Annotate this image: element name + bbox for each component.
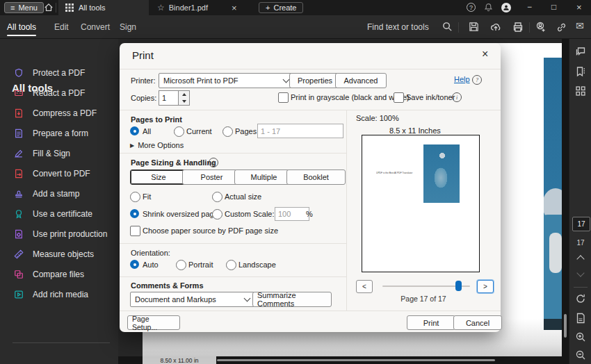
sidebar-item-redact-pdf[interactable]: Redact a PDF (0, 84, 132, 102)
search-box[interactable]: Find text or tools (367, 15, 429, 38)
extract-page-button[interactable] (575, 313, 586, 324)
sidebar-item-protect-pdf[interactable]: Protect a PDF (0, 64, 132, 82)
help-button[interactable]: ? (467, 3, 476, 12)
notifications-button[interactable] (484, 3, 493, 12)
preview-prev-button[interactable]: < (356, 280, 373, 293)
account-button[interactable] (501, 3, 511, 13)
orientation-landscape-label: Landscape (238, 260, 276, 269)
save-ink-checkbox[interactable] (394, 92, 404, 103)
paper-source-checkbox[interactable] (130, 226, 140, 236)
request-signatures-button[interactable] (535, 22, 547, 33)
menu-button[interactable]: ≡ Menu (4, 2, 44, 13)
advanced-button[interactable]: Advanced (335, 73, 387, 88)
pages-current-radio[interactable] (174, 126, 184, 137)
zoom-out-button[interactable] (575, 349, 586, 361)
rotate-page-button[interactable] (575, 293, 586, 304)
sidebar-item-use-certificate[interactable]: Use a certificate (0, 205, 132, 223)
sizing-info-icon[interactable]: i (209, 158, 218, 167)
tab-all-tools[interactable]: All tools (58, 0, 149, 15)
nav-tab-convert[interactable]: Convert (81, 15, 110, 38)
actual-size-radio[interactable] (212, 192, 222, 202)
star-icon[interactable]: ☆ (157, 3, 165, 13)
orientation-portrait-radio[interactable] (176, 260, 186, 270)
divider (574, 287, 588, 288)
poster-button[interactable]: Poster (182, 169, 241, 185)
size-button[interactable]: Size (130, 169, 187, 185)
sidebar-item-print-production[interactable]: Use print production (0, 225, 132, 243)
tab-close-icon[interactable]: × (232, 3, 237, 13)
orientation-portrait-label: Portrait (188, 260, 213, 269)
avatar-icon (503, 4, 510, 11)
properties-button[interactable]: Properties (289, 73, 341, 88)
save-ink-info-icon[interactable]: i (452, 92, 462, 102)
cancel-button[interactable]: Cancel (453, 315, 502, 330)
sizing-heading: Page Sizing & Handling (131, 158, 216, 167)
vertical-scrollbar[interactable] (562, 39, 569, 356)
orientation-auto-radio[interactable] (130, 260, 139, 269)
print-button[interactable] (512, 22, 524, 33)
grayscale-checkbox[interactable] (278, 92, 289, 103)
more-options-toggle[interactable]: ▶ More Options (130, 141, 184, 149)
sidebar-item-add-rich-media[interactable]: Add rich media (0, 286, 132, 304)
current-page-input[interactable]: 17 (572, 217, 590, 231)
orientation-landscape-radio[interactable] (226, 260, 236, 270)
bookmarks-panel-button[interactable] (575, 66, 586, 77)
tab-document[interactable]: ☆ Binder1.pdf × (152, 0, 257, 15)
window-close-button[interactable]: × (576, 2, 582, 13)
copy-link-button[interactable] (556, 22, 567, 33)
page-range-input[interactable]: 1 - 17 (257, 124, 343, 138)
sidebar-divider (13, 342, 110, 343)
home-button[interactable] (44, 3, 54, 13)
next-page-button[interactable] (576, 269, 584, 276)
print-confirm-button[interactable]: Print (407, 315, 455, 330)
preview-slider-thumb[interactable] (455, 281, 462, 291)
dialog-close-button[interactable]: × (482, 48, 488, 60)
nav-tab-edit[interactable]: Edit (54, 15, 69, 38)
zoom-in-button[interactable] (575, 331, 586, 342)
pages-pages-radio[interactable] (222, 126, 233, 137)
custom-scale-input[interactable]: 100 (275, 207, 309, 221)
create-button[interactable]: + Create (259, 2, 303, 13)
email-button[interactable]: ✉ (576, 20, 584, 31)
prev-icon: < (362, 283, 366, 290)
sidebar-item-convert-pdf[interactable]: Convert to PDF (0, 165, 132, 183)
horizontal-scrollbar[interactable]: 8.50 x 11.00 in (118, 356, 569, 364)
pages-all-radio[interactable] (130, 126, 139, 135)
comments-forms-select[interactable]: Document and Markups (130, 292, 254, 307)
comments-panel-button[interactable] (575, 46, 586, 57)
custom-scale-radio[interactable] (212, 209, 222, 220)
nav-tab-all-tools[interactable]: All tools (7, 15, 36, 38)
sidebar-item-compress-pdf[interactable]: Compress a PDF (0, 104, 132, 122)
sidebar-item-prepare-form[interactable]: Prepare a form (0, 124, 132, 142)
page-setup-button[interactable]: Page Setup... (127, 315, 180, 330)
help-info-icon[interactable]: ? (472, 75, 482, 85)
nav-tab-sign[interactable]: Sign (120, 15, 136, 38)
booklet-button[interactable]: Booklet (286, 169, 346, 185)
shrink-pages-radio[interactable] (130, 209, 139, 218)
sidebar-item-measure-objects[interactable]: Measure objects (0, 245, 132, 263)
toolbar: All tools Edit Convert Sign Find text or… (0, 15, 591, 39)
sidebar-item-add-stamp[interactable]: Add a stamp (0, 185, 132, 203)
stepper-down-icon[interactable] (179, 98, 189, 105)
stepper-up-icon[interactable] (179, 91, 189, 98)
search-button[interactable] (442, 22, 453, 32)
fit-radio[interactable] (130, 192, 140, 202)
horizontal-scrollbar-thumb[interactable] (217, 359, 495, 361)
page-extract-icon (575, 313, 586, 324)
vertical-scrollbar-thumb[interactable] (564, 314, 567, 338)
printer-select[interactable]: Microsoft Print to PDF (159, 73, 293, 88)
sidebar-item-fill-sign[interactable]: Fill & Sign (0, 144, 132, 163)
window-maximize-button[interactable]: □ (551, 2, 556, 12)
window-minimize-button[interactable]: − (527, 2, 532, 12)
sidebar-item-label: Redact a PDF (33, 88, 85, 98)
help-link[interactable]: Help (454, 75, 470, 83)
previous-page-button[interactable] (576, 255, 584, 263)
preview-next-button[interactable]: > (477, 280, 494, 293)
save-button[interactable] (469, 22, 479, 32)
share-upload-button[interactable] (490, 22, 501, 33)
copies-stepper[interactable] (178, 90, 190, 106)
multiple-button[interactable]: Multiple (234, 169, 293, 185)
sidebar-item-compare-files[interactable]: Compare files (0, 265, 132, 283)
summarize-comments-button[interactable]: Summarize Comments (252, 292, 332, 307)
page-thumbnails-button[interactable] (575, 85, 586, 97)
